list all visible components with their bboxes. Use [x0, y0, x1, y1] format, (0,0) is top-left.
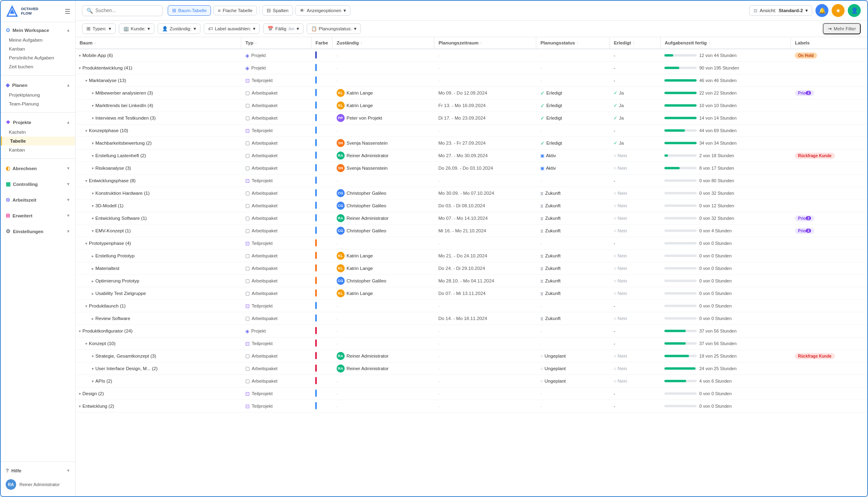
table-row[interactable]: ▾ Marktanalyse (13) ⊡ Teilprojekt - - - … — [76, 74, 867, 87]
row-expand-icon[interactable]: ▾ — [92, 354, 94, 358]
table-row[interactable]: ▾ Mitbewerber analysieren (3) ▢ Arbeitsp… — [76, 87, 867, 99]
table-row[interactable]: ▾ APIs (2) ▢ Arbeitspaket - - ○ Ungeplan… — [76, 375, 867, 387]
filter-fallig-btn[interactable]: 📅 Fällig Am ▾ — [263, 23, 303, 34]
table-row[interactable]: ▾ Strategie, Gesamtkonzept (3) ▢ Arbeits… — [76, 350, 867, 362]
table-row[interactable]: ▾ Produktlaunch (1) ⊡ Teilprojekt - - - … — [76, 300, 867, 312]
spalten-btn[interactable]: ⊟ Spalten — [262, 5, 293, 16]
table-row[interactable]: ▾ Konstruktion Hardware (1) ▢ Arbeitspak… — [76, 187, 867, 200]
sidebar-section-header-workspace[interactable]: ⊙ Mein Workspace ▲ — [1, 25, 75, 36]
row-expand-icon[interactable]: ▾ — [85, 304, 87, 308]
table-row[interactable]: ▸ Materialtest ▢ Arbeitspaket KLKatrin L… — [76, 262, 867, 275]
user-btn[interactable]: 👤 — [848, 4, 861, 17]
row-expand-icon[interactable]: ▸ — [92, 266, 94, 271]
row-expand-icon[interactable]: ▾ — [85, 341, 87, 346]
table-row[interactable]: ▾ Mobile-App (6) ◈ Projekt - - - - — [76, 49, 867, 62]
table-row[interactable]: ▾ EMV-Konzept (1) ▢ Arbeitspaket CGChris… — [76, 225, 867, 237]
th-status-label[interactable]: Planungsstatus — [540, 40, 605, 45]
row-expand-icon[interactable]: ▾ — [92, 229, 94, 233]
sidebar-section-header-controlling[interactable]: ▦ Controlling ▼ — [1, 179, 75, 190]
filter-typen-btn[interactable]: ⊞ Typen: ▾ — [82, 23, 116, 34]
row-expand-icon[interactable]: ▾ — [92, 141, 94, 145]
row-expand-icon[interactable]: ▾ — [92, 379, 94, 383]
table-row[interactable]: ▾ Konzept (10) ⊡ Teilprojekt - - - - — [76, 337, 867, 350]
row-expand-icon[interactable]: ▾ — [85, 78, 87, 83]
hamburger-icon[interactable]: ☰ — [65, 8, 70, 15]
row-expand-icon[interactable]: ▾ — [92, 91, 94, 95]
filter-label-btn[interactable]: 🏷 Label auswählen: ▾ — [204, 23, 260, 34]
sidebar-item-team-planung[interactable]: Team-Planung — [1, 99, 75, 108]
search-input[interactable] — [95, 8, 158, 13]
notification-btn[interactable]: 🔔 — [815, 4, 828, 17]
row-expand-icon[interactable]: ▸ — [92, 291, 94, 296]
anzeigeoptionen-btn[interactable]: 👁 Anzeigeoptionen ▾ — [295, 5, 350, 16]
table-row[interactable]: ▾ Entwicklungsphase (8) ⊡ Teilprojekt - … — [76, 175, 867, 187]
table-row[interactable]: ▾ Entwicklung Software (1) ▢ Arbeitspake… — [76, 212, 867, 225]
row-expand-icon[interactable]: ▾ — [92, 166, 94, 171]
row-expand-icon[interactable]: ▾ — [85, 179, 87, 183]
row-expand-icon[interactable]: ▾ — [92, 116, 94, 120]
sidebar-item-zeit-buchen[interactable]: Zeit buchen — [1, 62, 75, 71]
row-expand-icon[interactable]: ▾ — [92, 191, 94, 196]
sidebar-help[interactable]: ? Hilfe ▼ — [1, 465, 75, 476]
flache-tabelle-btn[interactable]: ≡ Flache Tabelle — [213, 6, 257, 15]
table-row[interactable]: ▾ Interviews mit Testkunden (3) ▢ Arbeit… — [76, 112, 867, 124]
th-aufgabe-label[interactable]: Aufgabenzeit fertig — [665, 40, 786, 45]
row-expand-icon[interactable]: ▸ — [92, 279, 94, 283]
filter-planungsstatus-btn[interactable]: 📋 Planungsstatus: ▾ — [307, 23, 361, 34]
row-expand-icon[interactable]: ▾ — [92, 216, 94, 221]
row-expand-icon[interactable]: ▾ — [79, 392, 81, 396]
th-erledigt-label[interactable]: Erledigt — [614, 40, 656, 45]
row-expand-icon[interactable]: ▾ — [92, 366, 94, 371]
table-row[interactable]: ▾ Produktkonfigurator (24) ◈ Projekt - -… — [76, 325, 867, 337]
row-expand-icon[interactable]: ▸ — [92, 316, 94, 321]
mehr-filter-btn[interactable]: ⇥ Mehr Filter — [823, 23, 861, 34]
row-expand-icon[interactable]: ▾ — [79, 329, 81, 333]
view-selector[interactable]: ⊡ Ansicht: Standard-2 ▾ — [749, 5, 812, 16]
table-row[interactable]: ▾ Markttrends bei LinkedIn (4) ▢ Arbeits… — [76, 99, 867, 112]
th-zustandig-label[interactable]: Zuständig — [337, 40, 430, 45]
row-expand-icon[interactable]: ▾ — [85, 128, 87, 133]
row-expand-icon[interactable]: ▾ — [79, 66, 81, 70]
table-row[interactable]: ▾ Design (2) ⊡ Teilprojekt - - - - — [76, 387, 867, 400]
table-row[interactable]: ▸ Review Software ▢ Arbeitspaket - Do 14… — [76, 312, 867, 325]
table-row[interactable]: ▸ Optimierung Prototyp ▢ Arbeitspaket CG… — [76, 275, 867, 287]
user-info[interactable]: RA Reiner Administrator — [1, 476, 75, 493]
row-expand-icon[interactable]: ▾ — [92, 103, 94, 108]
filter-zustandig-btn[interactable]: 👤 Zuständig: ▾ — [158, 23, 200, 34]
table-row[interactable]: ▸ Erstellung Prototyp ▢ Arbeitspaket KLK… — [76, 250, 867, 262]
row-expand-icon[interactable]: ▾ — [85, 241, 87, 246]
sidebar-section-header-einstellungen[interactable]: ⚙ Einstellungen ▼ — [1, 226, 75, 237]
table-row[interactable]: ▾ 3D-Modell (1) ▢ Arbeitspaket CGChristo… — [76, 200, 867, 212]
table-row[interactable]: ▾ Produktentwicklung (41) ◈ Projekt - - … — [76, 62, 867, 74]
table-row[interactable]: ▾ Risikoanalyse (3) ▢ Arbeitspaket SNSve… — [76, 162, 867, 175]
sidebar-section-header-projekte[interactable]: ❖ Projekte ▲ — [1, 117, 75, 128]
table-row[interactable]: ▾ Konzeptphase (10) ⊡ Teilprojekt - - - … — [76, 124, 867, 137]
table-row[interactable]: ▾ Erstellung Lastenheft (2) ▢ Arbeitspak… — [76, 150, 867, 162]
table-row[interactable]: ▸ Usability Test Zielgruppe ▢ Arbeitspak… — [76, 287, 867, 300]
th-baum-label[interactable]: Baum — [80, 40, 237, 45]
row-expand-icon[interactable]: ▸ — [92, 254, 94, 258]
baum-tabelle-btn[interactable]: ⊞ Baum-Tabelle — [168, 5, 211, 16]
th-typ-label[interactable]: Typ — [245, 40, 307, 45]
row-expand-icon[interactable]: ▾ — [92, 154, 94, 158]
sidebar-section-header-arbeitszeit[interactable]: ⊝ Arbeitszeit ▼ — [1, 194, 75, 205]
sidebar-item-tabelle[interactable]: Tabelle — [1, 137, 75, 145]
sidebar-section-header-planen[interactable]: ◈ Planen ▲ — [1, 80, 75, 91]
row-expand-icon[interactable]: ▾ — [79, 404, 81, 409]
row-expand-icon[interactable]: ▾ — [92, 204, 94, 208]
search-box[interactable]: 🔍 — [82, 5, 163, 16]
sidebar-item-projektplanung[interactable]: Projektplanung — [1, 91, 75, 99]
sidebar-section-header-erweitert[interactable]: ⊞ Erweitert ▼ — [1, 210, 75, 221]
table-row[interactable]: ▾ Prototypenphase (4) ⊡ Teilprojekt - - … — [76, 237, 867, 250]
table-row[interactable]: ▾ Entwicklung (2) ⊡ Teilprojekt - - - - — [76, 400, 867, 413]
table-row[interactable]: ▾ User Interface Design, M... (2) ▢ Arbe… — [76, 362, 867, 375]
sidebar-item-meine-aufgaben[interactable]: Meine Aufgaben — [1, 36, 75, 44]
filter-kunde-btn[interactable]: 🏢 Kunde: ▾ — [119, 23, 154, 34]
sidebar-item-kacheln[interactable]: Kacheln — [1, 128, 75, 137]
row-expand-icon[interactable]: ▾ — [79, 53, 81, 58]
sidebar-section-header-abrechnen[interactable]: ◐ Abrechnen ▼ — [1, 163, 75, 174]
table-row[interactable]: ▾ Machbarkeitsbewertung (2) ▢ Arbeitspak… — [76, 137, 867, 150]
star-btn[interactable]: ★ — [832, 4, 845, 17]
sidebar-item-kanban2[interactable]: Kanban — [1, 145, 75, 154]
sidebar-item-kanban[interactable]: Kanban — [1, 44, 75, 53]
